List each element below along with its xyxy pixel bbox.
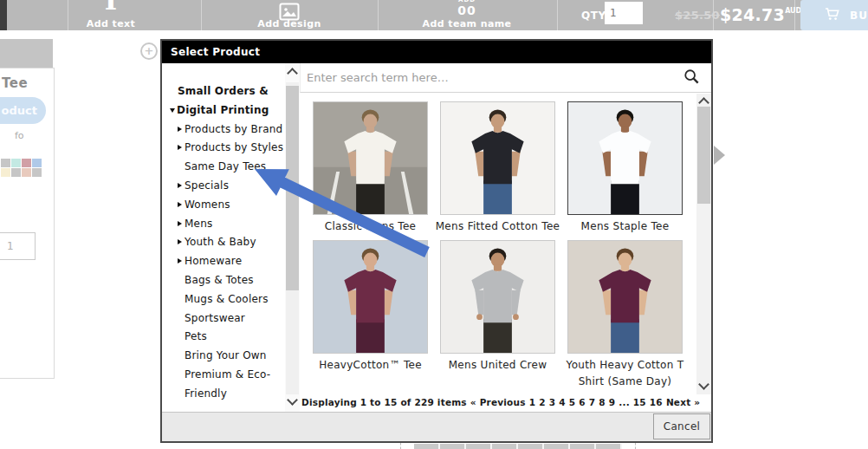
pagination-page-9[interactable]: 9: [609, 397, 616, 407]
pagination-previous[interactable]: « Previous: [470, 397, 526, 407]
current-price: $24.73AUD*: [720, 5, 805, 24]
pagination-page-16[interactable]: 16: [650, 397, 663, 407]
scrollbar-thumb[interactable]: [286, 86, 299, 290]
qty-label: QTY: [581, 10, 606, 22]
color-swatch[interactable]: [11, 168, 21, 177]
sidebar-item-pets[interactable]: Pets: [178, 328, 287, 347]
modal-body: Small Orders &Digital PrintingProducts b…: [162, 63, 711, 412]
sidebar-item-specials[interactable]: Specials: [178, 177, 287, 196]
search-bar: [300, 63, 711, 93]
chevron-right-icon: [178, 202, 182, 207]
pagination-page-3[interactable]: 3: [549, 397, 556, 407]
color-swatch[interactable]: [32, 159, 42, 167]
sidebar-item-same-day-tees[interactable]: Same Day Tees: [178, 158, 287, 177]
product-title-fragment: Tee: [2, 75, 28, 91]
product-image: [440, 101, 555, 215]
product-name: Classic Mens Tee: [306, 218, 435, 235]
search-icon[interactable]: [683, 68, 699, 88]
pagination-page-6[interactable]: 6: [579, 397, 586, 407]
pagination: Displaying 1 to 15 of 229 items« Previou…: [300, 397, 696, 407]
pagination-page-15[interactable]: 15: [633, 397, 646, 407]
side-panel-header: [0, 39, 53, 68]
canvas-guide-line: [635, 443, 636, 449]
toolbar-divider: [378, 0, 379, 30]
sidebar-item-premium-eco-friendly[interactable]: Premium & Eco-Friendly: [178, 366, 287, 404]
chevron-right-icon: [178, 239, 182, 244]
team-numbers-icon: ADD 00: [457, 0, 476, 16]
chevron-down-icon: [170, 108, 175, 113]
product-name: Mens United Crew: [433, 357, 562, 374]
scroll-down-icon[interactable]: [287, 394, 298, 406]
add-text-button[interactable]: Add text: [87, 18, 135, 29]
sidebar-item-womens[interactable]: Womens: [178, 196, 287, 215]
color-swatch[interactable]: [22, 168, 31, 177]
product-card-mens-united-crew[interactable]: Mens United Crew: [440, 240, 555, 374]
pagination-page-1[interactable]: 1: [529, 397, 536, 407]
category-list: Small Orders &Digital PrintingProducts b…: [178, 82, 287, 404]
sidebar-item-products-by-brand[interactable]: Products by Brand: [178, 120, 287, 140]
sidebar-item-homeware[interactable]: Homeware: [178, 252, 287, 271]
product-card-mens-staple-tee[interactable]: Mens Staple Tee: [567, 101, 683, 235]
color-swatch[interactable]: [22, 159, 31, 167]
color-swatch[interactable]: [32, 168, 42, 177]
product-image: [440, 240, 555, 354]
scrollbar-thumb[interactable]: [697, 107, 710, 204]
chevron-right-icon: [178, 127, 182, 132]
sidebar-item-mens[interactable]: Mens: [178, 215, 287, 234]
qty-input[interactable]: [605, 2, 643, 24]
canvas-guide-line: [400, 443, 401, 449]
sidebar-item-youth-baby[interactable]: Youth & Baby: [178, 233, 287, 252]
scroll-up-icon[interactable]: [287, 68, 298, 79]
pagination-page-5[interactable]: 5: [569, 397, 576, 407]
pagination-page-4[interactable]: 4: [559, 397, 566, 407]
select-product-modal: Select Product Small Orders &Digital Pri…: [160, 39, 713, 443]
cart-icon: [825, 8, 839, 23]
change-product-button[interactable]: oduct: [0, 97, 46, 124]
product-name: Mens Staple Tee: [560, 218, 690, 235]
add-design-button[interactable]: Add design: [257, 18, 321, 29]
chevron-right-icon: [178, 258, 182, 264]
modal-title: Select Product: [171, 46, 260, 58]
sidebar-scrollbar[interactable]: [285, 63, 300, 412]
product-image: [313, 101, 428, 215]
chevron-right-icon: [178, 221, 182, 226]
sidebar-item-mugs-coolers[interactable]: Mugs & Coolers: [178, 290, 287, 309]
sidebar-item-products-by-styles[interactable]: Products by Styles: [178, 139, 287, 158]
product-card-heavycotton-tee[interactable]: HeavyCotton™ Tee: [313, 240, 428, 374]
search-input[interactable]: [301, 70, 683, 85]
product-card-mens-fitted-cotton-tee[interactable]: Mens Fitted Cotton Tee: [440, 101, 555, 235]
buy-button[interactable]: BUY: [800, 0, 868, 30]
old-price: $25.50: [675, 9, 720, 22]
pagination-ellipsis: ...: [619, 397, 630, 407]
product-card-classic-mens-tee[interactable]: Classic Mens Tee: [313, 101, 428, 235]
left-edge-strip: [0, 0, 7, 30]
carousel-next-icon[interactable]: [714, 146, 725, 165]
cancel-button[interactable]: Cancel: [653, 413, 710, 439]
screen: T Add text Add design ADD 00 Add team na…: [0, 0, 868, 449]
panel-qty-input[interactable]: [0, 232, 36, 260]
chevron-right-icon: [178, 183, 182, 188]
color-swatch[interactable]: [1, 168, 10, 177]
zoom-in-icon[interactable]: +: [140, 42, 158, 60]
pagination-page-8[interactable]: 8: [599, 397, 606, 407]
pagination-next[interactable]: Next »: [666, 397, 700, 407]
color-swatch[interactable]: [11, 159, 21, 167]
scroll-down-icon[interactable]: [698, 379, 709, 390]
sidebar-item-sportswear[interactable]: Sportswear: [178, 309, 287, 329]
product-card-youth-heavy-cotton-t-shirt-same-day[interactable]: Youth Heavy Cotton T Shirt (Same Day): [567, 240, 683, 390]
toolbar-divider: [557, 0, 558, 30]
design-canvas-edge: [414, 444, 622, 449]
product-image: [567, 240, 683, 354]
sidebar-item-bring-your-own[interactable]: Bring Your Own: [178, 347, 287, 366]
more-info-link[interactable]: fo: [15, 130, 24, 141]
sidebar-item-bags-totes[interactable]: Bags & Totes: [178, 271, 287, 290]
grid-scrollbar[interactable]: [696, 94, 711, 394]
color-swatches: [1, 159, 42, 177]
color-swatch[interactable]: [1, 159, 10, 167]
sidebar-item-small-orders-digital-printing[interactable]: Small Orders &Digital Printing: [178, 82, 287, 120]
product-name: Youth Heavy Cotton T Shirt (Same Day): [560, 357, 690, 390]
pagination-page-7[interactable]: 7: [589, 397, 596, 407]
toolbar-divider: [68, 0, 68, 30]
pagination-page-2[interactable]: 2: [539, 397, 546, 407]
add-team-name-button[interactable]: Add team name: [423, 18, 512, 29]
